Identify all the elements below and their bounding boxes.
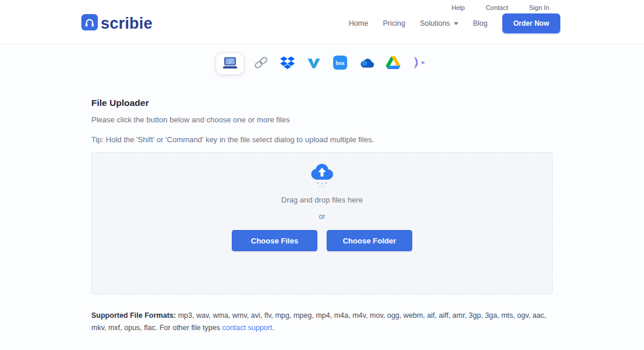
order-now-button[interactable]: Order Now: [502, 13, 560, 33]
dropzone-buttons: Choose Files Choose Folder: [92, 230, 552, 251]
nav-blog[interactable]: Blog: [473, 19, 488, 28]
nav-solutions[interactable]: Solutions: [420, 19, 458, 28]
audio-wave-icon: [412, 56, 426, 72]
nav-pricing[interactable]: Pricing: [383, 19, 405, 28]
scribie-logo-icon: [81, 13, 98, 33]
source-onedrive[interactable]: [358, 55, 375, 73]
google-drive-icon: [386, 56, 400, 71]
onedrive-icon: [358, 57, 375, 71]
page-title: File Uploader: [91, 98, 553, 108]
uploader-tip: Tip: Hold the 'Shift' or 'Command' key i…: [91, 135, 553, 144]
nav-home[interactable]: Home: [349, 19, 368, 28]
brand-name: scribie: [101, 15, 152, 33]
utility-nav: Help Contact Sign In: [0, 0, 644, 11]
supported-formats: Supported File Formats: mp3, wav, wma, w…: [91, 310, 553, 335]
formats-period: .: [272, 324, 274, 332]
upload-source-tabs: box: [0, 52, 644, 76]
chevron-down-icon: [454, 22, 458, 25]
site-header: Help Contact Sign In scribie Home Pricin…: [0, 0, 644, 44]
source-vimeo[interactable]: [305, 55, 323, 73]
box-logo-text: box: [335, 60, 344, 66]
source-audio-record[interactable]: [410, 55, 428, 73]
source-google-drive[interactable]: [384, 55, 402, 73]
link-icon: [254, 55, 269, 73]
contact-link[interactable]: Contact: [486, 4, 508, 11]
or-label: or: [92, 212, 552, 221]
signin-link[interactable]: Sign In: [529, 4, 549, 11]
source-dropbox[interactable]: [279, 55, 296, 73]
box-icon: box: [333, 55, 348, 73]
cloud-upload-icon: [306, 180, 338, 190]
source-link[interactable]: [252, 55, 270, 73]
laptop-icon: [222, 56, 238, 71]
uploader-section: File Uploader Please click the button be…: [91, 98, 553, 335]
dropzone[interactable]: Drag and drop files here or Choose Files…: [91, 152, 553, 294]
contact-support-link[interactable]: contact support: [222, 324, 272, 332]
source-box[interactable]: box: [331, 55, 349, 73]
drag-drop-label: Drag and drop files here: [92, 195, 552, 204]
primary-nav: Home Pricing Solutions Blog Order Now: [349, 13, 560, 33]
source-my-device[interactable]: [216, 53, 244, 74]
brand-logo[interactable]: scribie: [81, 13, 152, 33]
vimeo-icon: [307, 57, 321, 71]
main-content: box: [0, 52, 644, 335]
uploader-subtitle: Please click the button below and choose…: [91, 115, 553, 124]
main-header-bar: scribie Home Pricing Solutions Blog Orde…: [0, 11, 644, 33]
nav-solutions-label: Solutions: [420, 19, 450, 28]
dropbox-icon: [280, 56, 295, 72]
help-link[interactable]: Help: [451, 4, 465, 11]
choose-folder-button[interactable]: Choose Folder: [327, 230, 412, 251]
choose-files-button[interactable]: Choose Files: [232, 230, 317, 251]
formats-label: Supported File Formats:: [91, 311, 176, 320]
